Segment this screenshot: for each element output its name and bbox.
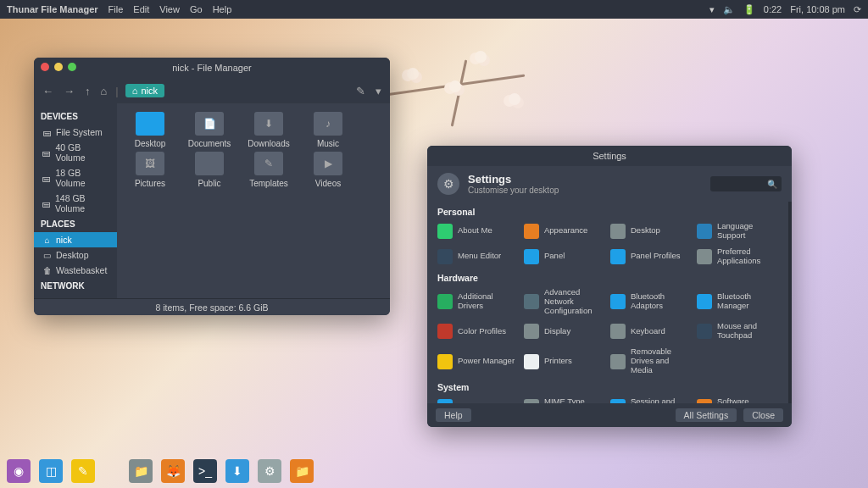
settings-item-mime-type-editor[interactable]: MIME Type Editor	[524, 396, 605, 403]
settings-item-preferred-applications[interactable]: Preferred Applications	[697, 246, 778, 268]
settings-item-accessibility[interactable]: Accessibility	[437, 396, 519, 403]
settings-item-power-manager[interactable]: Power Manager	[437, 346, 519, 377]
settings-item-desktop[interactable]: Desktop	[610, 220, 692, 242]
settings-item-keyboard[interactable]: Keyboard	[610, 320, 692, 342]
settings-window-title: Settings	[593, 151, 626, 161]
menu-help[interactable]: Help	[213, 4, 232, 14]
settings-item-icon	[524, 224, 539, 239]
settings-item-label: Advanced Network Configuration	[544, 288, 605, 316]
folder-label: Music	[317, 139, 339, 148]
settings-item-label: Panel	[544, 252, 565, 261]
back-button[interactable]: ←	[41, 85, 55, 97]
dock-launcher[interactable]: ✎	[71, 459, 95, 483]
folder-music[interactable]: ♪Music	[303, 112, 353, 148]
dock-launcher[interactable]: 🦊	[161, 459, 185, 483]
settings-item-panel-profiles[interactable]: Panel Profiles	[610, 246, 692, 268]
dock-launcher[interactable]: >_	[193, 459, 217, 483]
up-button[interactable]: ↑	[83, 85, 92, 97]
edit-path-button[interactable]: ✎	[354, 85, 367, 97]
sidebar-item-148-gb-volume[interactable]: 🖴148 GB Volume	[34, 191, 117, 216]
settings-item-about-me[interactable]: About Me	[437, 220, 519, 242]
volume-icon[interactable]: 🔈	[723, 4, 735, 15]
settings-item-session-and-startup[interactable]: Session and Startup	[610, 396, 692, 403]
fm-titlebar[interactable]: nick - File Manager	[34, 58, 390, 78]
settings-item-icon	[437, 224, 453, 239]
dock-launcher[interactable]: 📁	[129, 459, 153, 483]
settings-item-mouse-and-touchpad[interactable]: Mouse and Touchpad	[697, 320, 778, 342]
section-devices: DEVICES	[34, 108, 117, 125]
folder-documents[interactable]: 📄Documents	[185, 112, 234, 148]
wifi-icon[interactable]: ▾	[709, 4, 715, 15]
folder-pictures[interactable]: 🖼Pictures	[125, 152, 175, 188]
fm-toolbar: ← → ↑ ⌂ | ⌂ nick ✎ ▾	[34, 78, 390, 103]
settings-body[interactable]: PersonalAbout MeAppearanceDesktopLanguag…	[427, 202, 792, 403]
settings-titlebar[interactable]: Settings	[427, 146, 792, 166]
folder-videos[interactable]: ▶Videos	[303, 152, 353, 188]
close-icon[interactable]	[41, 63, 49, 71]
menu-go[interactable]: Go	[190, 4, 203, 14]
sidebar-item-label: nick	[56, 235, 72, 245]
menu-view[interactable]: View	[159, 4, 180, 14]
sidebar-item-desktop[interactable]: ▭Desktop	[34, 247, 117, 263]
file-manager-window: nick - File Manager ← → ↑ ⌂ | ⌂ nick ✎ ▾…	[34, 58, 390, 315]
folder-public[interactable]: Public	[185, 152, 234, 188]
session-icon[interactable]: ⟳	[854, 4, 861, 15]
forward-button[interactable]: →	[62, 85, 76, 97]
clock[interactable]: Fri, 10:08 pm	[790, 4, 845, 14]
settings-item-label: Power Manager	[458, 357, 515, 366]
settings-item-bluetooth-manager[interactable]: Bluetooth Manager	[697, 286, 778, 318]
dock: ◉◫✎📁🦊>_⬇⚙📁	[7, 459, 314, 483]
settings-item-bluetooth-adaptors[interactable]: Bluetooth Adaptors	[610, 286, 692, 318]
settings-item-label: Menu Editor	[458, 252, 501, 261]
settings-item-panel[interactable]: Panel	[524, 246, 605, 268]
settings-item-additional-drivers[interactable]: Additional Drivers	[437, 286, 519, 318]
home-button[interactable]: ⌂	[99, 85, 109, 97]
settings-item-advanced-network-configuration[interactable]: Advanced Network Configuration	[524, 286, 605, 318]
settings-item-printers[interactable]: Printers	[524, 346, 605, 377]
settings-item-software-updater[interactable]: Software Updater	[697, 396, 778, 403]
folder-icon: 🖼	[136, 152, 164, 175]
help-button[interactable]: Help	[436, 408, 471, 422]
settings-item-color-profiles[interactable]: Color Profiles	[437, 320, 519, 342]
dock-launcher[interactable]: 📁	[290, 459, 314, 483]
dock-launcher[interactable]: ◫	[39, 459, 63, 483]
settings-item-icon	[524, 324, 539, 339]
settings-item-label: Session and Startup	[631, 397, 692, 403]
fm-title: nick - File Manager	[172, 63, 252, 73]
minimize-icon[interactable]	[54, 63, 63, 71]
dock-launcher[interactable]: ⚙	[258, 459, 281, 483]
settings-item-label: Appearance	[544, 226, 587, 236]
path-crumb[interactable]: ⌂ nick	[125, 84, 164, 97]
settings-item-label: Panel Profiles	[631, 252, 681, 261]
sidebar-item-browse-network[interactable]: ⊕Browse Network	[34, 294, 117, 298]
all-settings-button[interactable]: All Settings	[676, 408, 737, 422]
toolbar-menu-button[interactable]: ▾	[374, 85, 383, 97]
settings-item-language-support[interactable]: Language Support	[697, 220, 778, 242]
folder-templates[interactable]: ✎Templates	[244, 152, 293, 188]
settings-item-appearance[interactable]: Appearance	[524, 220, 605, 242]
settings-item-display[interactable]: Display	[524, 320, 605, 342]
menu-edit[interactable]: Edit	[133, 4, 149, 14]
maximize-icon[interactable]	[68, 63, 76, 71]
settings-item-label: Printers	[544, 357, 572, 366]
dock-launcher[interactable]: ◉	[7, 459, 31, 483]
settings-item-menu-editor[interactable]: Menu Editor	[437, 246, 519, 268]
menu-file[interactable]: File	[108, 4, 124, 14]
sidebar-item-18-gb-volume[interactable]: 🖴18 GB Volume	[34, 165, 117, 191]
settings-item-label: Language Support	[717, 222, 778, 241]
sidebar-item-40-gb-volume[interactable]: 🖴40 GB Volume	[34, 140, 117, 165]
fm-file-grid[interactable]: Desktop📄Documents⬇Downloads♪Music🖼Pictur…	[117, 103, 390, 298]
folder-icon: ▶	[314, 152, 342, 175]
folder-downloads[interactable]: ⬇Downloads	[244, 112, 293, 148]
sidebar-item-wastebasket[interactable]: 🗑Wastebasket	[34, 263, 117, 278]
sidebar-item-nick[interactable]: ⌂nick	[34, 232, 117, 247]
settings-item-removable-drives-and-media[interactable]: Removable Drives and Media	[610, 346, 692, 377]
sidebar-item-file-system[interactable]: 🖴File System	[34, 125, 117, 140]
settings-item-icon	[697, 249, 712, 264]
settings-search[interactable]: 🔍	[710, 176, 782, 191]
sidebar-item-icon: 🖴	[42, 199, 51, 208]
battery-icon[interactable]: 🔋	[743, 4, 755, 15]
dock-launcher[interactable]: ⬇	[225, 459, 249, 483]
close-button[interactable]: Close	[743, 408, 783, 422]
folder-desktop[interactable]: Desktop	[125, 112, 175, 148]
